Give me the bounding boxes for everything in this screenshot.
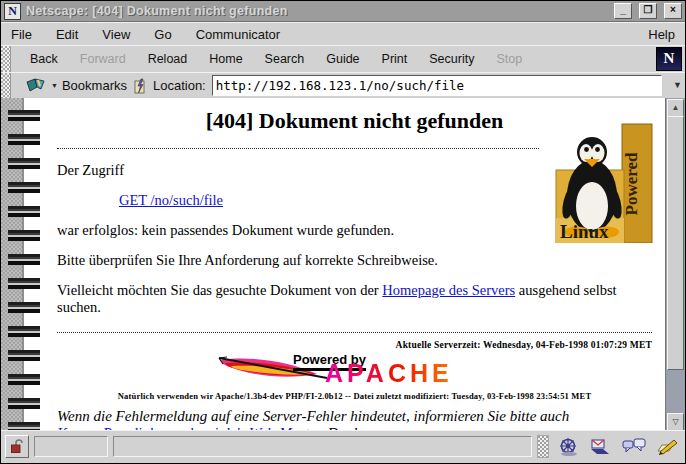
linux-powered-badge: Powered Linux [554, 118, 655, 243]
menu-item-help[interactable]: Help [648, 27, 675, 42]
statusbar [1, 430, 685, 462]
component-bar-grip[interactable] [537, 435, 549, 458]
status-progress-panel [34, 436, 108, 457]
modified-line: Natürlich verwenden wir Apache/1.3b4-dev… [57, 391, 652, 401]
menubar: File Edit View Go Communicator Help [1, 22, 685, 46]
url-input[interactable] [212, 75, 662, 96]
minimize-icon[interactable]: _ [614, 3, 632, 19]
status-message-panel [113, 436, 532, 457]
badge-powered-text: Powered [622, 152, 641, 215]
search-button[interactable]: Search [254, 49, 316, 69]
footer-text-pre: Wenn die Fehlermeldung auf eine Server-F… [57, 408, 569, 424]
guide-button[interactable]: Guide [315, 49, 370, 69]
homepage-text-pre: Vielleicht möchten Sie das gesuchte Doku… [57, 282, 382, 298]
netscape-logo-icon[interactable]: N [656, 47, 682, 71]
bookmarks-caret-icon: ▼ [51, 82, 58, 89]
apache-wordmark: APACHE [325, 361, 453, 386]
server-time: Aktuelle Serverzeit: Wednesday, 04-Feb-1… [57, 340, 652, 350]
netscape-n-icon: N [4, 3, 21, 20]
location-toolbar-grip[interactable] [1, 73, 11, 98]
netscape-window: N Netscape: [404] Dokument nicht gefunde… [0, 0, 686, 464]
request-link[interactable]: GET /no/such/file [119, 192, 223, 208]
composer-icon[interactable] [653, 436, 681, 458]
location-toolbar: ▼ Bookmarks Location: ▼ [1, 72, 685, 99]
divider [57, 148, 539, 149]
location-dropdown-icon[interactable]: ▼ [670, 77, 685, 94]
scroll-up-icon[interactable]: ▲ [667, 99, 684, 117]
footer-note: Wenn die Fehlermeldung auf eine Server-F… [57, 408, 652, 432]
page-proxy-icon[interactable] [133, 78, 147, 94]
location-label: Location: [153, 78, 206, 93]
security-button[interactable]: Security [418, 49, 485, 69]
paragraph-homepage: Vielleicht möchten Sie das gesuchte Doku… [57, 282, 652, 316]
stop-button[interactable]: Stop [485, 49, 533, 69]
toolbar-grip[interactable] [1, 46, 11, 72]
bookmarks-icon [25, 78, 47, 94]
menu-item-file[interactable]: File [11, 27, 32, 42]
titlebar[interactable]: N Netscape: [404] Dokument nicht gefunde… [1, 1, 685, 22]
security-lock-button[interactable] [5, 435, 29, 458]
window-title: Netscape: [404] Dokument nicht gefunden [26, 4, 607, 18]
mailbox-icon[interactable] [587, 436, 615, 458]
menu-item-edit[interactable]: Edit [56, 27, 78, 42]
open-lock-icon [10, 439, 24, 454]
divider [57, 332, 652, 333]
badge-linux-text: Linux [560, 221, 609, 242]
menu-item-go[interactable]: Go [154, 27, 171, 42]
navigation-toolbar: Back Forward Reload Home Search Guide Pr… [1, 45, 685, 73]
browser-viewport: [404] Dokument nicht gefunden Der Zugrif… [1, 98, 685, 432]
home-button[interactable]: Home [198, 49, 253, 69]
forward-button[interactable]: Forward [69, 49, 137, 69]
discussions-icon[interactable] [620, 436, 648, 458]
scroll-down-icon[interactable]: ▽ [667, 413, 684, 431]
menu-item-view[interactable]: View [102, 27, 130, 42]
print-button[interactable]: Print [371, 49, 419, 69]
vertical-scrollbar[interactable]: ▲ ▽ [665, 98, 685, 432]
homepage-link[interactable]: Homepage des Servers [382, 282, 515, 298]
back-button[interactable]: Back [19, 49, 69, 69]
bookmarks-label: Bookmarks [62, 78, 127, 93]
menu-item-communicator[interactable]: Communicator [196, 27, 281, 42]
paragraph-check: Bitte überprüfen Sie Ihre Anforderung au… [57, 252, 652, 269]
maximize-icon[interactable]: ❐ [639, 3, 657, 19]
navigator-icon[interactable] [554, 436, 582, 458]
reload-button[interactable]: Reload [137, 49, 199, 69]
close-icon[interactable]: × [664, 3, 682, 19]
bookmarks-button[interactable]: ▼ Bookmarks [25, 78, 127, 94]
apache-logo: Powered by APACHE [57, 352, 652, 388]
spiral-rings [8, 100, 40, 432]
scrollbar-thumb[interactable] [667, 116, 684, 370]
